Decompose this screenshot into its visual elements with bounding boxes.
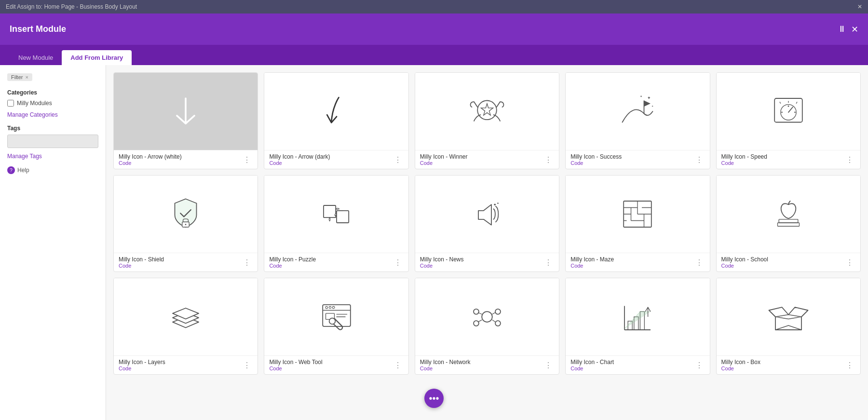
card-type-shield: Code xyxy=(119,263,164,269)
card-arrow-dark[interactable]: Milly Icon - Arrow (dark) Code ⋮ xyxy=(264,72,408,169)
manage-categories-link[interactable]: Manage Categories xyxy=(7,111,98,118)
card-name-arrow-white: Milly Icon - Arrow (white) xyxy=(119,153,182,160)
svg-point-21 xyxy=(494,203,496,205)
card-type-arrow-dark: Code xyxy=(269,160,330,166)
card-name-news: Milly Icon - News xyxy=(420,256,464,263)
card-preview-layers xyxy=(114,278,258,355)
card-school[interactable]: Milly Icon - School Code ⋮ xyxy=(716,175,861,272)
card-web-tool[interactable]: Milly Icon - Web Tool Code ⋮ xyxy=(264,278,408,375)
card-name-maze: Milly Icon - Maze xyxy=(570,256,614,263)
card-menu-puzzle[interactable]: ⋮ xyxy=(392,257,404,268)
svg-rect-18 xyxy=(324,205,336,217)
card-preview-chart xyxy=(566,278,709,355)
tab-new-module[interactable]: New Module xyxy=(10,50,62,65)
svg-text:✦: ✦ xyxy=(651,105,653,108)
svg-point-44 xyxy=(329,318,335,325)
card-info-shield: Milly Icon - Shield Code xyxy=(119,256,164,269)
card-menu-network[interactable]: ⋮ xyxy=(542,360,554,371)
card-info-web-tool: Milly Icon - Web Tool Code xyxy=(269,359,322,371)
card-menu-arrow-dark[interactable]: ⋮ xyxy=(392,154,404,165)
card-winner[interactable]: Milly Icon - Winner Code ⋮ xyxy=(415,72,559,169)
milly-modules-checkbox[interactable] xyxy=(7,100,14,107)
card-menu-chart[interactable]: ⋮ xyxy=(693,360,705,371)
svg-point-46 xyxy=(474,321,479,326)
card-preview-arrow-dark xyxy=(264,73,408,150)
card-type-winner: Code xyxy=(420,160,468,166)
card-chart[interactable]: Milly Icon - Chart Code ⋮ xyxy=(565,278,710,375)
card-preview-box xyxy=(717,278,860,355)
card-news[interactable]: Milly Icon - News Code ⋮ xyxy=(415,175,559,272)
svg-point-45 xyxy=(482,312,492,322)
help-link[interactable]: ? Help xyxy=(7,166,98,174)
filter-tag-label: Filter xyxy=(11,74,23,80)
card-footer-arrow-dark: Milly Icon - Arrow (dark) Code ⋮ xyxy=(264,150,408,169)
card-type-school: Code xyxy=(721,263,768,269)
modal-close-button[interactable]: ✕ xyxy=(851,24,858,35)
card-info-winner: Milly Icon - Winner Code xyxy=(420,153,468,166)
svg-line-52 xyxy=(492,312,495,314)
svg-text:✦: ✦ xyxy=(640,95,642,98)
card-footer-success: Milly Icon - Success Code ⋮ xyxy=(566,150,709,169)
manage-tags-link[interactable]: Manage Tags xyxy=(7,153,98,160)
card-network[interactable]: Milly Icon - Network Code ⋮ xyxy=(415,278,559,375)
card-name-winner: Milly Icon - Winner xyxy=(420,153,468,160)
card-name-box: Milly Icon - Box xyxy=(721,359,760,366)
svg-line-15 xyxy=(796,102,797,104)
card-name-puzzle: Milly Icon - Puzzle xyxy=(269,256,316,263)
card-maze[interactable]: Milly Icon - Maze Code ⋮ xyxy=(565,175,710,272)
card-name-chart: Milly Icon - Chart xyxy=(570,359,614,366)
svg-line-9 xyxy=(788,107,793,112)
card-speed[interactable]: Milly Icon - Speed Code ⋮ xyxy=(716,72,861,169)
card-type-puzzle: Code xyxy=(269,263,316,269)
card-name-arrow-dark: Milly Icon - Arrow (dark) xyxy=(269,153,330,160)
card-success[interactable]: ✦ ✦ ✦ Milly Icon - Success Code ⋮ xyxy=(565,72,710,169)
card-preview-arrow-white xyxy=(114,73,258,150)
filter-tag-close[interactable]: × xyxy=(25,74,28,80)
card-info-news: Milly Icon - News Code xyxy=(420,256,464,269)
svg-point-47 xyxy=(474,309,479,314)
pause-button[interactable]: ⏸ xyxy=(838,24,846,34)
card-footer-arrow-white: Milly Icon - Arrow (white) Code ⋮ xyxy=(114,150,258,169)
title-bar-text: Edit Assign to: Home Page - Business Bod… xyxy=(6,3,137,10)
floating-action-button[interactable]: ••• xyxy=(424,389,444,408)
card-layers[interactable]: Milly Icon - Layers Code ⋮ xyxy=(113,278,258,375)
svg-line-50 xyxy=(478,320,482,322)
card-footer-shield: Milly Icon - Shield Code ⋮ xyxy=(114,253,258,271)
card-menu-arrow-white[interactable]: ⋮ xyxy=(241,154,253,165)
card-menu-maze[interactable]: ⋮ xyxy=(693,257,705,268)
svg-point-48 xyxy=(495,309,501,314)
card-puzzle[interactable]: Milly Icon - Puzzle Code ⋮ xyxy=(264,175,408,272)
card-footer-speed: Milly Icon - Speed Code ⋮ xyxy=(717,150,860,169)
card-type-success: Code xyxy=(570,160,622,166)
card-info-chart: Milly Icon - Chart Code xyxy=(570,359,614,371)
sidebar: Filter × Categories Milly Modules Manage… xyxy=(0,65,106,420)
card-menu-winner[interactable]: ⋮ xyxy=(542,154,554,165)
card-menu-news[interactable]: ⋮ xyxy=(542,257,554,268)
card-preview-puzzle xyxy=(264,176,408,253)
svg-point-38 xyxy=(326,306,328,309)
tags-input[interactable] xyxy=(7,135,98,148)
card-menu-shield[interactable]: ⋮ xyxy=(241,257,253,268)
filter-tag[interactable]: Filter × xyxy=(7,73,32,81)
card-type-layers: Code xyxy=(119,366,165,371)
tab-add-from-library[interactable]: Add From Library xyxy=(62,50,132,65)
card-type-speed: Code xyxy=(721,160,767,166)
card-arrow-white[interactable]: Milly Icon - Arrow (white) Code ⋮ xyxy=(113,72,258,169)
card-type-web-tool: Code xyxy=(269,366,322,371)
card-menu-school[interactable]: ⋮ xyxy=(844,257,855,268)
card-menu-box[interactable]: ⋮ xyxy=(844,360,855,371)
card-menu-web-tool[interactable]: ⋮ xyxy=(392,360,404,371)
svg-point-49 xyxy=(495,321,501,326)
card-menu-speed[interactable]: ⋮ xyxy=(844,154,855,165)
card-name-layers: Milly Icon - Layers xyxy=(119,359,165,366)
card-menu-success[interactable]: ⋮ xyxy=(693,154,705,165)
card-info-box: Milly Icon - Box Code xyxy=(721,359,760,371)
modal-header-actions: ⏸ ✕ xyxy=(838,24,858,35)
card-box[interactable]: Milly Icon - Box Code ⋮ xyxy=(716,278,861,375)
card-preview-maze xyxy=(566,176,709,253)
card-type-network: Code xyxy=(420,366,471,371)
svg-point-12 xyxy=(787,106,789,107)
card-shield[interactable]: Milly Icon - Shield Code ⋮ xyxy=(113,175,258,272)
card-menu-layers[interactable]: ⋮ xyxy=(241,360,253,371)
title-bar-close[interactable]: ✕ xyxy=(857,3,862,10)
